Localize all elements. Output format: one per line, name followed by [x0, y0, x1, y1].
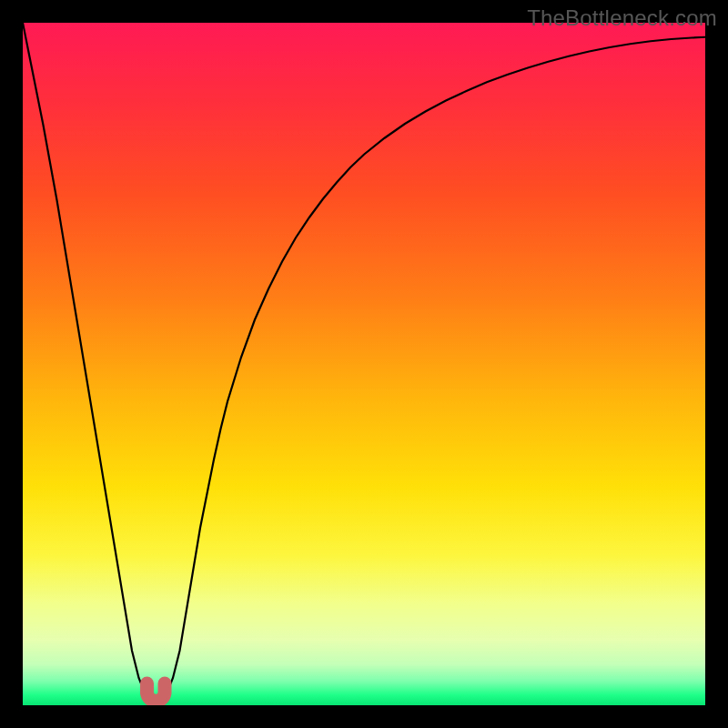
outer-frame: TheBottleneck.com [0, 0, 728, 728]
watermark-text: TheBottleneck.com [527, 5, 717, 31]
gradient-background [23, 23, 705, 705]
chart-svg [23, 23, 705, 705]
plot-area [23, 23, 705, 705]
